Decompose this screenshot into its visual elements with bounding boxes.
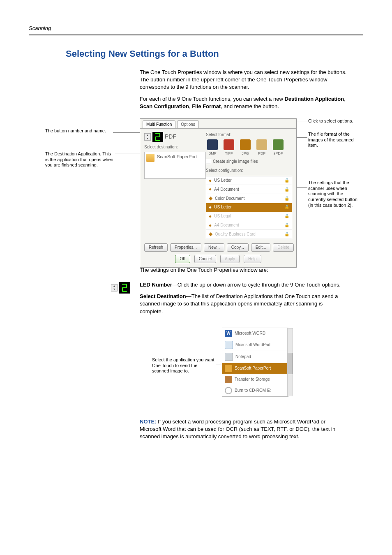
- bullet-icon: ●: [209, 186, 212, 193]
- bullet-icon: ●: [209, 204, 212, 211]
- new-button[interactable]: New...: [204, 243, 224, 252]
- fmt-tiff-label: TIFF: [225, 151, 233, 156]
- dest-list-item[interactable]: Transfer to Storage: [222, 374, 288, 385]
- config-item[interactable]: ●US Letter🔒: [206, 203, 292, 212]
- checkbox-icon[interactable]: [206, 159, 211, 164]
- cancel-button[interactable]: Cancel: [194, 255, 216, 263]
- led-box: ▲ ▼ PDF: [144, 132, 206, 142]
- intro-p2-prefix: For each of the 9 One Touch functions, y…: [140, 96, 284, 102]
- app-icon: W: [225, 330, 232, 337]
- led-label-b: LED Number: [140, 282, 172, 288]
- copy-button[interactable]: Copy...: [227, 243, 249, 252]
- config-item-label: Quality Business Card: [215, 231, 256, 237]
- fmt-jpg-label: JPG: [242, 151, 249, 156]
- bullet-icon: ●: [209, 177, 212, 184]
- diamond-icon: ◆: [209, 195, 212, 202]
- dest-list-item[interactable]: Notepad: [222, 351, 288, 363]
- dest-list-item[interactable]: WMicrosoft WORD: [222, 328, 288, 339]
- led-number: [152, 132, 163, 142]
- create-single-row[interactable]: Create single image files: [206, 159, 292, 164]
- config-item[interactable]: ●US Letter🔒: [206, 176, 292, 185]
- intro-p2-suffix: , and rename the button.: [221, 103, 279, 109]
- select-dest-label: Select destination:: [144, 144, 206, 150]
- intro-p2-b1: Destination Application: [284, 96, 344, 102]
- chevron-up-icon[interactable]: ▲: [145, 134, 150, 137]
- dest-list[interactable]: ScanSoft PaperPort: [144, 152, 206, 179]
- led-number-2: [119, 282, 130, 294]
- fmt-tiff[interactable]: TIFF: [222, 139, 235, 156]
- lock-icon: 🔒: [284, 178, 289, 183]
- refresh-button[interactable]: Refresh: [144, 243, 168, 252]
- dialog: Multi Function Options ▲ ▼: [140, 118, 297, 268]
- config-item[interactable]: ◆Color Document🔒: [206, 194, 292, 203]
- dialog-buttons-row1: Refresh Properties... New... Copy... Edi…: [144, 243, 292, 252]
- fmt-jpg[interactable]: JPG: [239, 139, 252, 156]
- help-button[interactable]: Help: [244, 255, 261, 263]
- config-item[interactable]: ◆Quality Business Card🔒: [206, 230, 292, 239]
- tab-multifunction[interactable]: Multi Function: [143, 120, 175, 128]
- fmt-bmp[interactable]: BMP: [206, 139, 219, 156]
- edit-button[interactable]: Edit...: [251, 243, 271, 252]
- intro-p1: The One Touch Properties window is where…: [140, 69, 347, 91]
- led-spinner[interactable]: ▲ ▼: [144, 133, 151, 141]
- section-title: Selecting New Settings for a Button: [29, 48, 363, 60]
- apply-button[interactable]: Apply: [220, 255, 240, 263]
- lock-icon: 🔒: [284, 204, 289, 210]
- diagram: The button number and name. The Destinat…: [29, 118, 363, 258]
- dest-list-item[interactable]: ScanSoft PaperPort: [222, 363, 288, 374]
- led-digit-icon: [154, 133, 161, 141]
- led-spinner-2[interactable]: ▲ ▼: [111, 284, 118, 291]
- lock-icon: 🔒: [284, 213, 289, 219]
- lock-icon: 🔒: [284, 187, 289, 192]
- scrollbar-thumb[interactable]: [288, 353, 293, 374]
- app-icon: [225, 341, 233, 349]
- select-config-label: Select configuration:: [206, 168, 292, 173]
- config-item[interactable]: ●US Legal🔒: [206, 212, 292, 221]
- lock-icon: 🔒: [284, 196, 289, 201]
- config-item-label: US Letter: [214, 178, 231, 183]
- delete-button[interactable]: Delete: [273, 243, 294, 252]
- config-item[interactable]: ●A4 Document🔒: [206, 221, 292, 230]
- app-icon: [225, 365, 232, 372]
- properties-button[interactable]: Properties...: [170, 243, 201, 252]
- chevron-down-icon[interactable]: ▼: [111, 288, 117, 291]
- select-format-label: Select format:: [206, 132, 292, 138]
- chevron-up-icon[interactable]: ▲: [111, 284, 117, 288]
- config-item-label: Color Document: [215, 196, 244, 201]
- dest-app-name: ScanSoft PaperPort: [157, 154, 197, 160]
- fmt-spdf[interactable]: sPDF: [272, 139, 285, 156]
- config-item[interactable]: ●A4 Document🔒: [206, 185, 292, 194]
- body2b: LED Number—Click the up or down arrow to…: [140, 281, 347, 315]
- dest-list-label: Notepad: [235, 354, 251, 360]
- dest-list-item[interactable]: Microsoft WordPad: [222, 339, 288, 351]
- bullet-icon: ●: [209, 222, 212, 229]
- dest-list-label: ScanSoft PaperPort: [235, 365, 271, 371]
- annot-click-opts: Click to select options.: [308, 118, 353, 124]
- led-label: PDF: [165, 133, 176, 141]
- dest-list-label: Microsoft WordPad: [235, 342, 270, 348]
- config-item-label: US Letter: [214, 204, 231, 210]
- dest-box[interactable]: WMicrosoft WORDMicrosoft WordPadNotepadS…: [222, 328, 288, 397]
- folder-icon: [146, 154, 154, 162]
- chevron-down-icon[interactable]: ▼: [145, 137, 150, 140]
- dest-list-label: Microsoft WORD: [235, 331, 265, 336]
- note-block: NOTE: If you select a word processing pr…: [140, 418, 347, 441]
- note-label: NOTE:: [140, 419, 156, 425]
- dialog-tabs: Multi Function Options: [140, 119, 296, 128]
- led-digit-icon: [121, 284, 128, 292]
- ok-button[interactable]: OK: [175, 255, 190, 263]
- tab-options[interactable]: Options: [177, 120, 198, 128]
- intro-block: The One Touch Properties window is where…: [140, 69, 347, 110]
- annot-dest-app: The Destination Application. This is the…: [45, 151, 115, 168]
- lock-icon: 🔒: [284, 231, 289, 237]
- dest-list-item[interactable]: Burn to CD-ROM E:: [222, 385, 288, 396]
- running-header: Scanning: [29, 25, 363, 35]
- dest-list-label: Transfer to Storage: [235, 377, 270, 382]
- sd-label-b: Select Destination: [140, 293, 186, 299]
- led-label-t: —Click the up or down arrow to cycle thr…: [172, 282, 341, 288]
- dest-figure: Select the application you want One Touc…: [29, 324, 363, 406]
- led-standalone: ▲ ▼: [111, 282, 130, 294]
- select-dest-desc: Select Destination—The list of Destinati…: [140, 293, 347, 315]
- config-list[interactable]: ●US Letter🔒●A4 Document🔒◆Color Document🔒…: [206, 176, 292, 240]
- fmt-pdf[interactable]: PDF: [255, 139, 268, 156]
